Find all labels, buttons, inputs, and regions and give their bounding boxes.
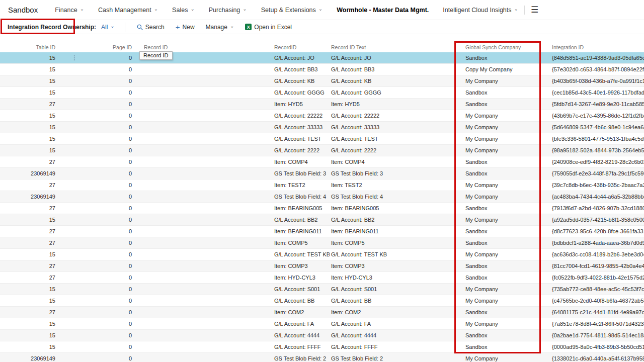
table-row[interactable]: 150G/L Account: TESTG/L Account: TESTMy … — [0, 133, 644, 145]
cell-page-id[interactable]: 0 — [80, 309, 136, 315]
cell-page-id[interactable]: 0 — [80, 170, 136, 176]
table-row[interactable]: 270Item: BEARING011Item: BEARING011Sandb… — [0, 226, 644, 237]
cell-integration-id[interactable]: {57e302d0-c653-4864-b87f-0894e22f36c9} — [551, 66, 644, 72]
cell-table-id[interactable]: 15 — [0, 298, 60, 304]
cell-global-synch-company[interactable]: My Company — [463, 251, 551, 257]
cell-integration-id[interactable]: {735ab772-ce88-48ee-ac5c-45c53f7cf6d7} — [551, 286, 644, 292]
cell-recordid[interactable]: G/L Account: FA — [272, 321, 330, 327]
cell-integration-id[interactable]: {d8c77623-95c6-420b-8fce-3661fa331c9b} — [551, 228, 644, 234]
cell-record-id-text[interactable]: Item: COMP4 — [330, 159, 463, 165]
cell-table-id[interactable]: 15 — [0, 78, 60, 84]
column-header-global-synch-company[interactable]: Global Synch Company — [463, 44, 551, 50]
cell-record-id-text[interactable]: Item: COM2 — [330, 309, 463, 315]
cell-integration-id[interactable]: {39c7c8db-b6ec-438b-935c-2baac7a37f2b} — [551, 182, 644, 188]
table-row[interactable]: 270Item: HYD-CYL3Item: HYD-CYL3Sandbox{f… — [0, 272, 644, 284]
cell-table-id[interactable]: 23069149 — [0, 170, 60, 176]
cell-integration-id[interactable]: {64081175-c21c-44d1-81fd-4e99a97c8707} — [551, 309, 644, 315]
cell-global-synch-company[interactable]: My Company — [463, 355, 551, 361]
cell-record-id-text[interactable]: GS Test Blob Field: 3 — [330, 170, 463, 176]
cell-recordid[interactable]: G/L Account: 33333 — [272, 124, 330, 130]
cell-global-synch-company[interactable]: My Company — [463, 321, 551, 327]
cell-global-synch-company[interactable]: Sandbox — [463, 240, 551, 246]
cell-recordid[interactable]: GS Test Blob Field: 3 — [272, 170, 330, 176]
cell-integration-id[interactable]: {bdbbdcf1-a288-4ada-aaea-36b7d0d9583f} — [551, 240, 644, 246]
nav-item-wormhole-master-data-mgmt[interactable]: Wormhole - Master Data Mgmt. — [337, 7, 429, 14]
column-header-page-id[interactable]: Page ID — [80, 44, 136, 50]
nav-item-sales[interactable]: Sales⌄ — [172, 7, 195, 14]
cell-integration-id[interactable]: {0a2bae1d-7754-4811-98d5-514ec18a3a7d} — [551, 332, 644, 338]
cell-integration-id[interactable]: {7a851e78-8d8f-4c2f-86ff-5071d43235d4} — [551, 321, 644, 327]
cell-recordid[interactable]: Item: HYD5 — [272, 101, 330, 107]
cell-global-synch-company[interactable]: Sandbox — [463, 344, 551, 350]
cell-page-id[interactable]: 0 — [80, 66, 136, 72]
cell-recordid[interactable]: G/L Account: FFFF — [272, 344, 330, 350]
nav-item-finance[interactable]: Finance⌄ — [55, 7, 84, 14]
cell-page-id[interactable]: 0 — [80, 355, 136, 361]
hamburger-icon[interactable]: ☰ — [531, 6, 538, 14]
nav-item-purchasing[interactable]: Purchasing⌄ — [209, 7, 247, 14]
table-row[interactable]: 150G/L Account: 22222G/L Account: 22222M… — [0, 110, 644, 122]
cell-record-id-text[interactable]: Item: BEARING011 — [330, 228, 463, 234]
cell-recordid[interactable]: G/L Account: TEST — [272, 136, 330, 142]
cell-table-id[interactable]: 27 — [0, 240, 60, 246]
table-row[interactable]: 270Item: COMP3Item: COMP3Sandbox{81cc700… — [0, 260, 644, 272]
cell-page-id[interactable]: 0 — [80, 136, 136, 142]
cell-page-id[interactable]: 0 — [80, 298, 136, 304]
cell-table-id[interactable]: 15 — [0, 66, 60, 72]
cell-record-id-text[interactable]: G/L Account: BB2 — [330, 217, 463, 223]
cell-record-id-text[interactable]: G/L Account: FA — [330, 321, 463, 327]
cell-table-id[interactable]: 15 — [0, 251, 60, 257]
cell-table-id[interactable]: 23069149 — [0, 194, 60, 200]
cell-global-synch-company[interactable]: Sandbox — [463, 275, 551, 281]
cell-record-id-text[interactable]: Item: COMP5 — [330, 240, 463, 246]
filter-dropdown[interactable]: All ⌄ — [101, 24, 115, 31]
cell-global-synch-company[interactable]: Sandbox — [463, 159, 551, 165]
search-button[interactable]: Search — [137, 24, 165, 31]
cell-integration-id[interactable]: {a92ad5dd-0357-4215-b8f1-358c05004360} — [551, 217, 644, 223]
table-row[interactable]: 150G/L Account: BB3G/L Account: BB3Copy … — [0, 64, 644, 75]
cell-global-synch-company[interactable]: My Company — [463, 182, 551, 188]
cell-recordid[interactable]: Item: COMP5 — [272, 240, 330, 246]
open-in-excel-button[interactable]: XOpen in Excel — [245, 24, 292, 31]
table-row[interactable]: 270Item: TEST2Item: TEST2My Company{39c7… — [0, 179, 644, 191]
cell-recordid[interactable]: G/L Account: BB3 — [272, 66, 330, 72]
cell-recordid[interactable]: Item: BEARING005 — [272, 205, 330, 211]
cell-record-id-text[interactable]: G/L Account: BB3 — [330, 66, 463, 72]
cell-recordid[interactable]: G/L Account: 2222 — [272, 147, 330, 153]
cell-record-id-text[interactable]: G/L Account: KB — [330, 78, 463, 84]
cell-table-id[interactable]: 27 — [0, 228, 60, 234]
table-row[interactable]: 150G/L Account: FAG/L Account: FAMy Comp… — [0, 318, 644, 330]
table-row[interactable]: 270Item: COMP4Item: COMP4Sandbox{240908c… — [0, 156, 644, 168]
cell-record-id-text[interactable]: G/L Account: 33333 — [330, 124, 463, 130]
cell-table-id[interactable]: 15 — [0, 147, 60, 153]
cell-recordid[interactable]: G/L Account: JO — [272, 55, 330, 61]
cell-record-id-text[interactable]: G/L Account: 4444 — [330, 332, 463, 338]
cell-global-synch-company[interactable]: Sandbox — [463, 332, 551, 338]
cell-record-id-text[interactable]: GS Test Blob Field: 2 — [330, 355, 463, 361]
cell-global-synch-company[interactable]: My Company — [463, 113, 551, 119]
cell-integration-id[interactable]: {81cc7004-fcd1-4619-9855-42b0a4e43665} — [551, 263, 644, 269]
column-header-record-id-text[interactable]: Record ID Text — [330, 44, 463, 50]
cell-integration-id[interactable]: {5fdb7d14-3267-4e89-9e20-11cab585ba22} — [551, 101, 644, 107]
cell-integration-id[interactable]: {240908ce-edf9-4f82-8219-28c2c6b0201d} — [551, 159, 644, 165]
table-row[interactable]: 150G/L Account: 4444G/L Account: 4444San… — [0, 330, 644, 341]
cell-recordid[interactable]: Item: COMP4 — [272, 159, 330, 165]
cell-page-id[interactable]: 0 — [80, 217, 136, 223]
cell-integration-id[interactable]: {ac636d3c-cc08-4189-b2b6-3ebe3d042edd} — [551, 251, 644, 257]
cell-page-id[interactable]: 0 — [80, 263, 136, 269]
table-row[interactable]: 150G/L Account: S001G/L Account: S001My … — [0, 284, 644, 295]
cell-record-id-text[interactable]: Item: HYD5 — [330, 101, 463, 107]
cell-global-synch-company[interactable]: Copy My Company — [463, 66, 551, 72]
column-header-record-id[interactable]: Record ID — [136, 44, 272, 50]
cell-record-id-text[interactable]: Item: COMP3 — [330, 263, 463, 269]
column-header-table-id[interactable]: Table ID — [0, 44, 60, 50]
cell-global-synch-company[interactable]: Sandbox — [463, 89, 551, 96]
cell-global-synch-company[interactable]: My Company — [463, 217, 551, 223]
cell-record-id-text[interactable]: GS Test Blob Field: 4 — [330, 194, 463, 200]
cell-integration-id[interactable]: {c47565be-2cd0-40f8-b6fa-46372ab58d67} — [551, 298, 644, 304]
cell-integration-id[interactable]: {848d5851-ac19-4388-9ad3-05dfa65c274f} — [551, 55, 644, 61]
cell-table-id[interactable]: 27 — [0, 263, 60, 269]
cell-table-id[interactable]: 15 — [0, 344, 60, 350]
environment-name[interactable]: Sandbox — [8, 6, 38, 14]
cell-page-id[interactable]: 0 — [80, 113, 136, 119]
